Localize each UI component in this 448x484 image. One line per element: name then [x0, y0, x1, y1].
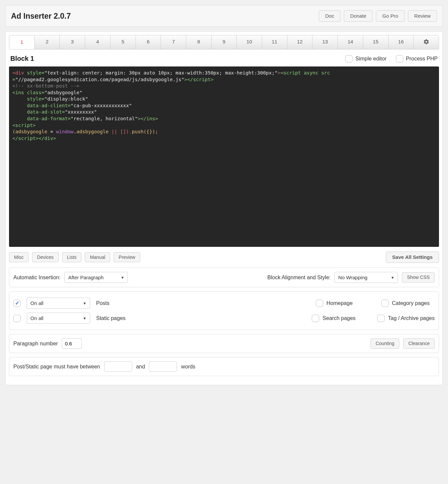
process-php-label: Process PHP — [406, 56, 438, 62]
select-value: No Wrapping — [338, 275, 367, 280]
header-bar: Ad Inserter 2.0.7 Doc Donate Go Pro Revi… — [5, 5, 443, 27]
select-value: After Paragraph — [68, 275, 103, 280]
block-alignment-select[interactable]: No Wrapping — [334, 272, 398, 283]
words-max-input[interactable] — [149, 361, 177, 372]
paragraph-number-input[interactable] — [62, 338, 82, 349]
tab-14[interactable]: 14 — [338, 35, 363, 49]
process-php-toggle[interactable]: Process PHP — [396, 55, 438, 62]
tab-8[interactable]: 8 — [186, 35, 212, 49]
posts-enable-checkbox[interactable] — [13, 300, 21, 307]
preview-button[interactable]: Preview — [114, 252, 140, 263]
tab-13[interactable]: 13 — [312, 35, 338, 49]
category-pages-checkbox[interactable]: Category pages — [381, 300, 435, 307]
words-min-input[interactable] — [104, 361, 132, 372]
code-token: ></script> — [184, 77, 213, 82]
lists-button[interactable]: Lists — [62, 252, 82, 263]
checkbox-icon — [377, 315, 385, 322]
sub-button-row: Misc Devices Lists Manual Preview Save A… — [9, 252, 439, 263]
tab-11[interactable]: 11 — [262, 35, 287, 49]
code-token: class= — [24, 90, 44, 95]
tab-4[interactable]: 4 — [85, 35, 110, 49]
code-editor[interactable]: <div style="text-align: center; margin: … — [9, 66, 439, 247]
code-token: = — [47, 129, 56, 134]
block-header-row: Block 1 Simple editor Process PHP — [9, 49, 439, 66]
block-tabs: 1 2 3 4 5 6 7 8 9 10 11 12 13 14 15 16 — [9, 35, 439, 49]
automatic-insertion-select[interactable]: After Paragraph — [64, 272, 128, 283]
paragraph-number-label: Paragraph number — [13, 341, 58, 347]
tab-16[interactable]: 16 — [389, 35, 414, 49]
simple-editor-toggle[interactable]: Simple editor — [345, 55, 386, 62]
homepage-label: Homepage — [326, 300, 353, 306]
code-token: "text-align: center; margin: 30px auto 1… — [44, 70, 277, 75]
code-token: <script — [280, 70, 301, 75]
code-token: (adsbygoogle — [12, 129, 47, 134]
automatic-insertion-label: Automatic Insertion: — [13, 275, 60, 281]
code-token: <!-- xx-bottom-post --> — [12, 83, 79, 89]
code-token: = — [12, 77, 15, 82]
pages-panel: On all Posts Homepage Category pages On … — [9, 291, 439, 330]
gopro-button[interactable]: Go Pro — [376, 10, 405, 22]
block-alignment-label: Block Alignment and Style: — [267, 275, 330, 281]
paragraph-panel: Paragraph number Counting Clearance — [9, 334, 439, 353]
page-title: Ad Inserter 2.0.7 — [11, 12, 71, 21]
editor-toggles: Simple editor Process PHP — [345, 55, 438, 62]
code-token: <script> — [12, 123, 36, 128]
tab-12[interactable]: 12 — [287, 35, 313, 49]
code-token: </script> — [12, 136, 39, 141]
static-pages-enable-checkbox[interactable] — [13, 315, 21, 322]
tab-9[interactable]: 9 — [212, 35, 237, 49]
homepage-checkbox[interactable]: Homepage — [316, 300, 369, 307]
tab-settings[interactable] — [414, 35, 439, 49]
misc-button[interactable]: Misc — [9, 252, 29, 263]
counting-button[interactable]: Counting — [371, 338, 399, 349]
select-value: On all — [30, 315, 43, 321]
main-panel: 1 2 3 4 5 6 7 8 9 10 11 12 13 14 15 16 B… — [5, 31, 443, 385]
review-button[interactable]: Review — [408, 10, 437, 22]
code-token: window — [56, 129, 73, 134]
devices-button[interactable]: Devices — [32, 252, 59, 263]
tag-archive-pages-checkbox[interactable]: Tag / Archive pages — [377, 315, 435, 322]
code-token: "xxxxxxxxx" — [65, 109, 97, 115]
search-pages-label: Search pages — [322, 315, 356, 321]
posts-label: Posts — [96, 300, 109, 306]
checkbox-icon — [312, 315, 319, 322]
donate-button[interactable]: Donate — [344, 10, 373, 22]
posts-scope-select[interactable]: On all — [27, 298, 90, 309]
code-token: adsbygoogle — [76, 129, 108, 134]
tab-1[interactable]: 1 — [9, 36, 35, 49]
gear-icon — [423, 39, 429, 46]
tab-7[interactable]: 7 — [161, 35, 186, 49]
checkbox-icon — [345, 55, 353, 62]
tab-10[interactable]: 10 — [237, 35, 262, 49]
static-pages-scope-select[interactable]: On all — [27, 313, 90, 324]
tag-archive-pages-label: Tag / Archive pages — [388, 315, 435, 321]
words-label-mid: and — [136, 364, 145, 370]
code-token: ({}); — [144, 129, 158, 134]
words-label-post: words — [181, 364, 195, 370]
code-token: <ins — [12, 90, 24, 95]
manual-button[interactable]: Manual — [85, 252, 110, 263]
clearance-button[interactable]: Clearance — [403, 338, 435, 349]
doc-button[interactable]: Doc — [319, 10, 341, 22]
save-all-button[interactable]: Save All Settings — [386, 252, 439, 263]
search-pages-checkbox[interactable]: Search pages — [312, 315, 365, 322]
tab-15[interactable]: 15 — [363, 35, 389, 49]
tab-3[interactable]: 3 — [60, 35, 85, 49]
checkbox-icon — [316, 300, 323, 307]
show-css-button[interactable]: Show CSS — [402, 272, 435, 283]
tab-2[interactable]: 2 — [35, 35, 60, 49]
insertion-panel: Automatic Insertion: After Paragraph Blo… — [9, 268, 439, 287]
code-token: style= — [12, 96, 44, 102]
code-token: async src — [301, 70, 330, 75]
static-pages-label: Static pages — [96, 315, 126, 321]
code-token: || []). — [108, 129, 132, 134]
checkbox-icon — [381, 300, 389, 307]
words-panel: Post/Static page must have between and w… — [9, 357, 439, 376]
tab-6[interactable]: 6 — [136, 35, 161, 49]
tab-5[interactable]: 5 — [110, 35, 136, 49]
code-token: style= — [24, 70, 44, 75]
checkbox-icon — [13, 315, 21, 322]
block-title: Block 1 — [10, 55, 34, 62]
code-token: "rectangle, horizontal" — [71, 116, 138, 121]
simple-editor-label: Simple editor — [355, 56, 386, 62]
